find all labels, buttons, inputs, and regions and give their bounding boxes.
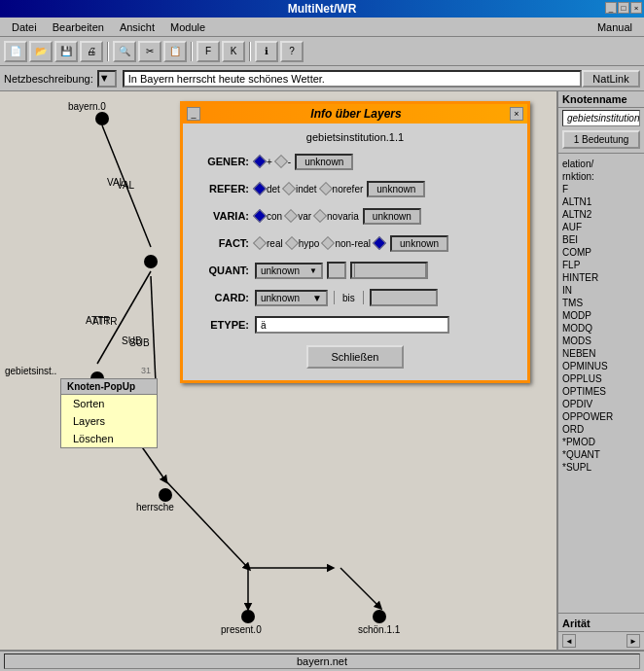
menu-module[interactable]: Module bbox=[162, 19, 213, 35]
fact-option-real[interactable]: real bbox=[255, 238, 283, 249]
right-panel-list[interactable]: elation/ rnktion: F ALTN1 ALTN2 AUF BEI … bbox=[558, 158, 644, 613]
gener-option-minus[interactable]: - bbox=[276, 157, 291, 167]
toolbar: 📄 📂 💾 🖨 🔍 ✂ 📋 F K ℹ ? bbox=[0, 37, 644, 66]
gener-option-plus[interactable]: + bbox=[255, 157, 272, 167]
card-sep-right bbox=[363, 291, 364, 304]
list-item-comp[interactable]: COMP bbox=[558, 246, 644, 259]
context-menu-layers[interactable]: Layers bbox=[61, 412, 157, 430]
list-item-auf[interactable]: AUF bbox=[558, 221, 644, 233]
dialog-row-card: CARD: unknown ▼ bis bbox=[191, 287, 519, 308]
natlink-button[interactable]: NatLink bbox=[582, 70, 640, 88]
varia-option-con[interactable]: con bbox=[255, 211, 282, 222]
window-controls[interactable]: _ □ × bbox=[605, 2, 642, 14]
varia-unknown: unknown bbox=[363, 208, 421, 225]
aritat-right-button[interactable]: ► bbox=[626, 634, 640, 648]
list-item-supl[interactable]: *SUPL bbox=[558, 461, 644, 474]
menu-ansicht[interactable]: Ansicht bbox=[112, 19, 162, 35]
menu-bearbeiten[interactable]: Bearbeiten bbox=[45, 19, 112, 35]
card-value-text: unknown bbox=[261, 293, 300, 303]
card-range-field[interactable] bbox=[370, 289, 438, 306]
refer-option-indet[interactable]: indet bbox=[284, 184, 317, 194]
context-menu-title: Knoten-PopUp bbox=[61, 379, 157, 395]
refer-indet-label: indet bbox=[296, 184, 317, 194]
list-item-ord[interactable]: ORD bbox=[558, 423, 644, 436]
fact-option-nonreal[interactable]: non-real bbox=[323, 238, 371, 249]
quant-value-field[interactable]: unknown ▼ bbox=[255, 263, 323, 279]
fact-diamond-real bbox=[253, 236, 267, 250]
open-button[interactable]: 📂 bbox=[29, 41, 53, 62]
help-button[interactable]: ? bbox=[280, 41, 304, 62]
list-item-hinter[interactable]: HINTER bbox=[558, 271, 644, 284]
list-item-oppower[interactable]: OPPOWER bbox=[558, 410, 644, 423]
aritat-left-button[interactable]: ◄ bbox=[562, 634, 576, 648]
list-item-neben[interactable]: NEBEN bbox=[558, 347, 644, 360]
label-present0: present.0 bbox=[221, 624, 262, 635]
list-item-altn1[interactable]: ALTN1 bbox=[558, 195, 644, 208]
list-item-f[interactable]: F bbox=[558, 183, 644, 195]
minimize-button[interactable]: _ bbox=[605, 2, 617, 14]
dialog-close-button[interactable]: × bbox=[510, 107, 523, 121]
right-panel-bedeutung-button[interactable]: 1 Bedeutung bbox=[562, 130, 640, 149]
dialog-minimize-button[interactable]: _ bbox=[187, 107, 200, 121]
list-item-opdiv[interactable]: OPDIV bbox=[558, 398, 644, 410]
card-value-field[interactable]: unknown ▼ bbox=[255, 290, 328, 306]
netz-text-input[interactable] bbox=[123, 70, 582, 88]
list-item-bei[interactable]: BEI bbox=[558, 233, 644, 246]
list-item-opminus[interactable]: OPMINUS bbox=[558, 360, 644, 372]
netz-label: Netzbeschreibung: bbox=[4, 73, 93, 85]
varia-option-var[interactable]: var bbox=[286, 211, 311, 222]
list-item-tms[interactable]: TMS bbox=[558, 297, 644, 309]
refer-content: det indet norefer unknown bbox=[255, 181, 519, 197]
list-item-flp[interactable]: FLP bbox=[558, 259, 644, 271]
netz-dropdown[interactable]: ▼ bbox=[97, 70, 117, 88]
menu-datei[interactable]: Datei bbox=[4, 19, 45, 35]
list-item-pmod[interactable]: *PMOD bbox=[558, 436, 644, 448]
list-item-modq[interactable]: MODQ bbox=[558, 322, 644, 335]
card-dropdown-icon[interactable]: ▼ bbox=[312, 293, 322, 303]
menu-manual[interactable]: Manual bbox=[590, 19, 640, 35]
context-menu-loschen[interactable]: Löschen bbox=[61, 430, 157, 447]
list-item-altn2[interactable]: ALTN2 bbox=[558, 208, 644, 221]
close-dialog-button[interactable]: Schließen bbox=[306, 345, 405, 369]
list-item-opplus[interactable]: OPPLUS bbox=[558, 372, 644, 385]
list-item-quant[interactable]: *QUANT bbox=[558, 448, 644, 461]
list-item-in[interactable]: IN bbox=[558, 284, 644, 297]
graph-canvas[interactable]: VAL ATTR SUB bbox=[0, 91, 556, 650]
quant-empty-box bbox=[327, 262, 346, 279]
cut-button[interactable]: ✂ bbox=[138, 41, 161, 62]
gener-plus-label: + bbox=[267, 157, 272, 167]
list-item-modp[interactable]: MODP bbox=[558, 309, 644, 322]
paste-button[interactable]: 📋 bbox=[163, 41, 187, 62]
quant-range-field[interactable] bbox=[350, 262, 428, 279]
aritat-section: Arität ◄ ► bbox=[558, 613, 644, 650]
context-menu-sorten[interactable]: Sorten bbox=[61, 395, 157, 412]
toolbar-separator-2 bbox=[191, 42, 193, 61]
svg-line-2 bbox=[151, 276, 156, 383]
netz-bar: Netzbeschreibung: ▼ NatLink bbox=[0, 66, 644, 91]
list-item-funktion[interactable]: rnktion: bbox=[558, 170, 644, 183]
format-k-button[interactable]: K bbox=[222, 41, 245, 62]
refer-option-norefer[interactable]: norefer bbox=[321, 184, 364, 194]
quant-dropdown-icon[interactable]: ▼ bbox=[309, 266, 317, 275]
print-button[interactable]: 🖨 bbox=[80, 41, 103, 62]
maximize-button[interactable]: □ bbox=[618, 2, 629, 14]
right-panel-title: Knotenname bbox=[558, 91, 644, 108]
varia-con-label: con bbox=[267, 211, 282, 222]
varia-novaria-label: novaria bbox=[327, 211, 359, 222]
list-item-optimes[interactable]: OPTIMES bbox=[558, 385, 644, 398]
list-item-relation[interactable]: elation/ bbox=[558, 158, 644, 170]
format-f-button[interactable]: F bbox=[197, 41, 220, 62]
fact-option-hypo[interactable]: hypo bbox=[287, 238, 320, 249]
varia-option-novaria[interactable]: novaria bbox=[315, 211, 359, 222]
quant-label: QUANT: bbox=[191, 265, 249, 276]
save-button[interactable]: 💾 bbox=[54, 41, 78, 62]
zoom-button[interactable]: 🔍 bbox=[113, 41, 136, 62]
info-button[interactable]: ℹ bbox=[255, 41, 278, 62]
etype-input[interactable] bbox=[255, 316, 449, 334]
close-button[interactable]: × bbox=[630, 2, 642, 14]
new-button[interactable]: 📄 bbox=[4, 41, 27, 62]
refer-option-det[interactable]: det bbox=[255, 184, 280, 194]
main-area: VAL ATTR SUB bbox=[0, 91, 644, 650]
list-item-mods[interactable]: MODS bbox=[558, 335, 644, 347]
quant-value-text: unknown bbox=[261, 265, 300, 276]
